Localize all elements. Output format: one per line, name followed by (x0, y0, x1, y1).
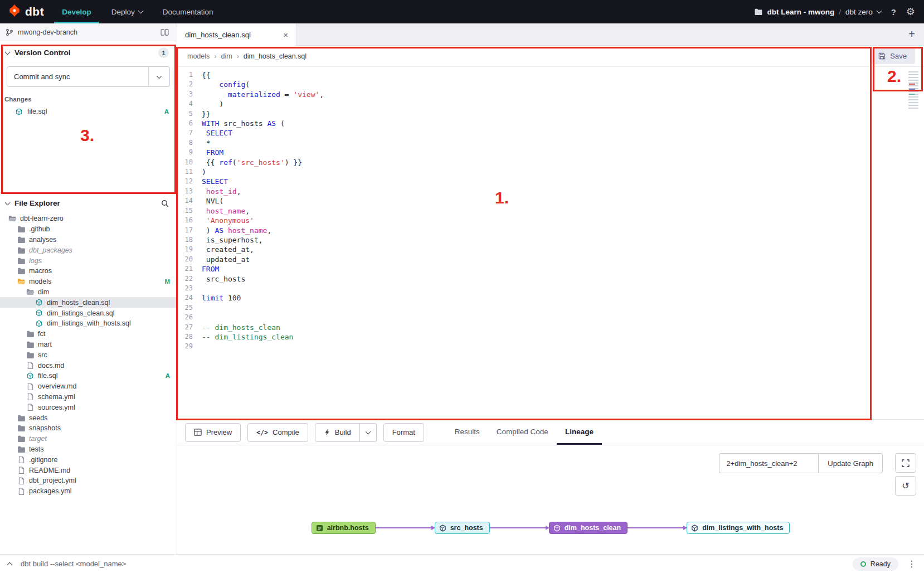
code-line[interactable]: 28-- dim_listings_clean (177, 332, 924, 342)
tree-item-analyses[interactable]: analyses (0, 235, 177, 245)
file-explorer-header[interactable]: File Explorer (0, 193, 177, 212)
code-line[interactable]: 29 (177, 342, 924, 351)
tree-item-README.md[interactable]: README.md (0, 465, 177, 475)
code-line[interactable]: 3 materialized = 'view', (177, 90, 924, 99)
tree-item-mart[interactable]: mart (0, 339, 177, 350)
breadcrumb-item[interactable]: dim (221, 52, 232, 60)
changed-file[interactable]: file.sqlA (0, 106, 177, 117)
breadcrumb-item[interactable]: models (187, 52, 210, 60)
new-tab-button[interactable]: + (899, 28, 924, 41)
tree-item-docs.md[interactable]: docs.md (0, 360, 177, 371)
lineage-node-airbnb.hosts[interactable]: airbnb.hosts (312, 522, 376, 534)
code-line[interactable]: 17 ) AS host_name, (177, 226, 924, 235)
gear-icon[interactable]: ⚙ (906, 6, 915, 18)
tree-item-dbt_packages[interactable]: dbt_packages (0, 245, 177, 255)
tree-item-models[interactable]: modelsM (0, 276, 177, 287)
code-line[interactable]: 11) (177, 167, 924, 177)
account-switcher[interactable]: dbt Learn - mwong / dbt zero (754, 8, 881, 16)
tree-item-.github[interactable]: .github (0, 224, 177, 235)
code-line[interactable]: 25 (177, 303, 924, 313)
build-button[interactable]: Build (315, 423, 360, 442)
code-line[interactable]: 2 config( (177, 80, 924, 89)
compile-button[interactable]: </>Compile (247, 423, 308, 442)
code-line[interactable]: 6WITH src_hosts AS ( (177, 119, 924, 128)
tree-item-dim_listings_with_hosts.sql[interactable]: dim_listings_with_hosts.sql (0, 318, 177, 329)
tree-item-seeds[interactable]: seeds (0, 412, 177, 423)
nav-deploy[interactable]: Deploy (104, 0, 150, 23)
lineage-selector-input[interactable] (719, 453, 818, 473)
code-line[interactable]: 8 * (177, 138, 924, 148)
code-line[interactable]: 26 (177, 313, 924, 322)
reset-view-button[interactable]: ↺ (895, 476, 916, 496)
tree-item-src[interactable]: src (0, 349, 177, 360)
docs-view-icon[interactable] (161, 29, 169, 36)
tab-compiled-code[interactable]: Compiled Code (488, 420, 557, 445)
code-line[interactable]: 18 is_superhost, (177, 235, 924, 245)
lineage-node-dim_hosts_clean[interactable]: dim_hosts_clean (549, 522, 628, 534)
update-graph-button[interactable]: Update Graph (818, 453, 883, 473)
expand-panel-icon[interactable] (7, 562, 13, 568)
code-line[interactable]: 22 src_hosts (177, 274, 924, 284)
code-line[interactable]: 16 'Anonymous' (177, 216, 924, 225)
tab-results[interactable]: Results (446, 420, 488, 445)
code-line[interactable]: 14 NVL( (177, 196, 924, 206)
code-editor[interactable]: 1{{2 config(3 materialized = 'view',4 )5… (177, 67, 924, 419)
code-line[interactable]: 10 {{ ref('src_hosts') }} (177, 158, 924, 167)
tree-item-packages.yml[interactable]: packages.yml (0, 486, 177, 497)
close-icon[interactable]: × (283, 30, 288, 40)
tree-item-dbt-learn-zero[interactable]: dbt-learn-zero (0, 213, 177, 224)
code-line[interactable]: 20 updated_at (177, 255, 924, 264)
tree-item-fct[interactable]: fct (0, 329, 177, 339)
fullscreen-button[interactable] (895, 453, 916, 473)
preview-button[interactable]: Preview (185, 423, 241, 442)
code-line[interactable]: 27-- dim_hosts_clean (177, 323, 924, 332)
code-text: materialized = 'view', (202, 90, 324, 99)
code-line[interactable]: 9 FROM (177, 148, 924, 157)
tree-item-dim[interactable]: dim (0, 287, 177, 298)
breadcrumb-item[interactable]: dim_hosts_clean.sql (244, 52, 307, 60)
code-line[interactable]: 7 SELECT (177, 128, 924, 138)
nav-documentation[interactable]: Documentation (155, 0, 221, 23)
help-icon[interactable]: ? (891, 7, 896, 17)
tree-item-.gitignore[interactable]: .gitignore (0, 454, 177, 465)
tree-item-target[interactable]: target (0, 434, 177, 444)
code-line[interactable]: 21FROM (177, 264, 924, 274)
code-line[interactable]: 4 ) (177, 99, 924, 109)
version-control-header[interactable]: Version Control 1 (0, 41, 177, 63)
search-icon[interactable] (161, 200, 169, 207)
tree-item-tests[interactable]: tests (0, 444, 177, 455)
lineage-node-dim_listings_with_hosts[interactable]: dim_listings_with_hosts (687, 522, 790, 534)
code-line[interactable]: 24limit 100 (177, 293, 924, 303)
kebab-menu-icon[interactable]: ⋮ (907, 559, 916, 569)
nav-develop[interactable]: Develop (54, 0, 99, 23)
commit-and-sync-control[interactable]: Commit and sync (7, 66, 170, 87)
command-input[interactable]: dbt build --select <model_name> (21, 560, 126, 568)
save-button[interactable]: Save (870, 48, 915, 64)
code-line[interactable]: 5}} (177, 109, 924, 119)
tree-item-macros[interactable]: macros (0, 266, 177, 276)
dbt-logo[interactable]: dbt (0, 0, 54, 23)
editor-tab[interactable]: dim_hosts_clean.sql × (177, 23, 296, 46)
tree-item-schema.yml[interactable]: schema.yml (0, 392, 177, 402)
tree-item-file.sql[interactable]: file.sqlA (0, 371, 177, 381)
code-line[interactable]: 15 host_name, (177, 206, 924, 216)
lineage-node-src_hosts[interactable]: src_hosts (435, 522, 490, 534)
code-line[interactable]: 1{{ (177, 70, 924, 80)
code-line[interactable]: 13 host_id, (177, 187, 924, 196)
tree-item-dim_hosts_clean.sql[interactable]: dim_hosts_clean.sql (0, 297, 177, 308)
format-button[interactable]: Format (383, 423, 424, 442)
tree-item-dbt_project.yml[interactable]: dbt_project.yml (0, 475, 177, 486)
commit-dropdown-button[interactable] (148, 67, 169, 86)
build-dropdown-button[interactable] (360, 423, 377, 442)
code-line[interactable]: 23 (177, 284, 924, 293)
minimap[interactable] (908, 71, 918, 109)
tab-lineage[interactable]: Lineage (557, 420, 602, 445)
tree-item-dim_listings_clean.sql[interactable]: dim_listings_clean.sql (0, 308, 177, 318)
tree-item-sources.yml[interactable]: sources.yml (0, 402, 177, 412)
code-line[interactable]: 12SELECT (177, 177, 924, 186)
tree-item-overview.md[interactable]: overview.md (0, 381, 177, 392)
branch-bar[interactable]: mwong-dev-branch (0, 23, 177, 41)
code-line[interactable]: 19 created_at, (177, 245, 924, 254)
tree-item-logs[interactable]: logs (0, 255, 177, 266)
tree-item-snapshots[interactable]: snapshots (0, 423, 177, 434)
